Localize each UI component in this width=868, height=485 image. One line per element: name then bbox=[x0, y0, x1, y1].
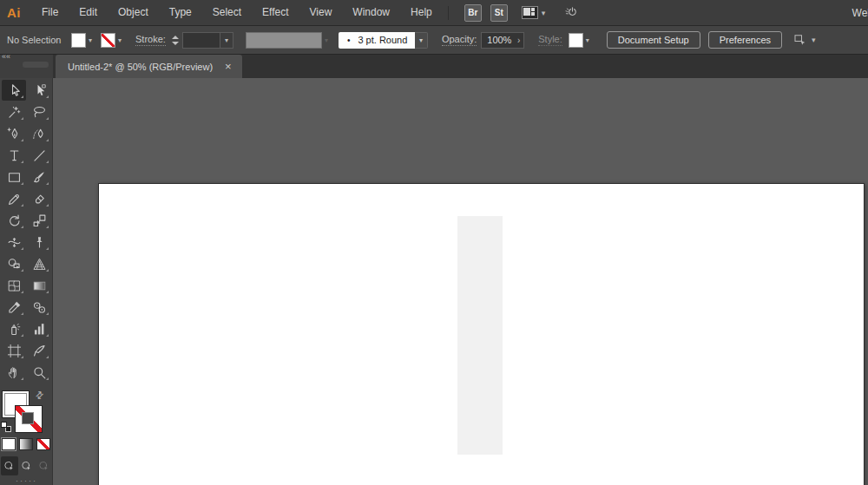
menu-window[interactable]: Window bbox=[342, 0, 400, 25]
mesh-tool[interactable] bbox=[2, 275, 26, 296]
draw-normal-icon bbox=[3, 459, 16, 473]
rectangle-tool[interactable] bbox=[2, 167, 26, 187]
width-tool[interactable] bbox=[2, 232, 26, 252]
close-icon[interactable]: × bbox=[225, 61, 232, 72]
collapse-panel-icon[interactable]: «« bbox=[2, 52, 10, 61]
gradient-tool-icon bbox=[31, 278, 48, 294]
pen-tool[interactable] bbox=[2, 123, 26, 144]
panel-grip[interactable] bbox=[23, 62, 49, 68]
magic-wand-tool[interactable] bbox=[2, 102, 26, 122]
stroke-weight-stepper[interactable] bbox=[172, 36, 179, 45]
document-setup-button[interactable]: Document Setup bbox=[607, 31, 700, 49]
rotate-tool[interactable] bbox=[2, 210, 26, 231]
gpu-performance-button[interactable] bbox=[562, 4, 580, 22]
gradient-button[interactable] bbox=[19, 438, 33, 450]
select-similar-button[interactable]: ▾ bbox=[792, 32, 816, 48]
document-tab[interactable]: Untitled-2* @ 50% (RGB/Preview) × bbox=[56, 55, 242, 78]
perspective-grid-tool[interactable] bbox=[27, 253, 51, 274]
eyedropper-tool-icon bbox=[6, 299, 23, 316]
opacity-label[interactable]: Opacity: bbox=[442, 34, 477, 46]
menu-select[interactable]: Select bbox=[202, 0, 252, 25]
brush-name: 3 pt. Round bbox=[358, 35, 407, 45]
preferences-button[interactable]: Preferences bbox=[708, 31, 782, 49]
selection-tool[interactable] bbox=[2, 80, 26, 101]
stroke-weight-label[interactable]: Stroke: bbox=[135, 34, 166, 46]
selection-tool-icon bbox=[6, 82, 23, 99]
pen-tool-icon bbox=[6, 126, 23, 142]
stroke-color-swatch[interactable] bbox=[101, 33, 115, 48]
none-button[interactable] bbox=[36, 438, 50, 450]
chevron-right-icon[interactable]: › bbox=[517, 36, 523, 45]
app-logo[interactable]: Ai bbox=[7, 5, 21, 20]
gradient-tool[interactable] bbox=[27, 275, 51, 296]
stroke-weight-input[interactable] bbox=[182, 32, 220, 49]
scale-tool[interactable] bbox=[27, 210, 51, 231]
default-fill-stroke-icon[interactable] bbox=[1, 422, 12, 433]
selection-status: No Selection bbox=[7, 35, 71, 45]
puppet-warp-tool[interactable] bbox=[27, 232, 51, 252]
canvas[interactable] bbox=[53, 78, 868, 485]
stepper-down-icon[interactable] bbox=[172, 42, 179, 45]
gpu-performance-icon bbox=[562, 4, 580, 22]
curvature-tool[interactable] bbox=[27, 123, 51, 144]
menu-type[interactable]: Type bbox=[159, 0, 202, 25]
stroke-weight-dropdown[interactable]: ▾ bbox=[220, 32, 233, 49]
brush-definition-dropdown[interactable]: • 3 pt. Round bbox=[339, 32, 415, 49]
stock-icon[interactable]: St bbox=[490, 4, 508, 22]
menu-file[interactable]: File bbox=[31, 0, 69, 25]
draw-normal-button[interactable] bbox=[1, 456, 18, 475]
color-button[interactable] bbox=[2, 438, 16, 450]
hand-tool[interactable] bbox=[2, 362, 26, 383]
document-tab-title: Untitled-2* @ 50% (RGB/Preview) bbox=[68, 62, 213, 72]
width-tool-icon bbox=[6, 234, 23, 251]
menu-edit[interactable]: Edit bbox=[69, 0, 108, 25]
eyedropper-tool[interactable] bbox=[2, 297, 26, 318]
symbol-sprayer-tool[interactable] bbox=[2, 318, 26, 339]
zoom-tool[interactable] bbox=[27, 362, 51, 383]
slice-tool[interactable] bbox=[27, 340, 51, 361]
draw-inside-button bbox=[36, 456, 53, 475]
menu-effect[interactable]: Effect bbox=[252, 0, 299, 25]
eraser-tool[interactable] bbox=[27, 188, 51, 209]
line-segment-tool[interactable] bbox=[27, 145, 51, 166]
paintbrush-tool[interactable] bbox=[27, 167, 51, 187]
draw-behind-button[interactable] bbox=[18, 456, 36, 475]
shape-builder-tool[interactable] bbox=[2, 253, 26, 274]
artboard-tool[interactable] bbox=[2, 340, 26, 361]
swap-fill-stroke-icon[interactable]: ⇄ bbox=[33, 389, 47, 403]
chevron-down-icon[interactable]: ▾ bbox=[586, 36, 589, 44]
artboard-tool-icon bbox=[6, 343, 23, 359]
direct-selection-tool[interactable] bbox=[27, 80, 51, 101]
bridge-icon[interactable]: Br bbox=[464, 4, 482, 22]
blend-tool[interactable] bbox=[27, 297, 51, 318]
column-graph-tool[interactable] bbox=[27, 318, 51, 339]
chevron-down-icon[interactable]: ▾ bbox=[89, 36, 92, 44]
menu-help[interactable]: Help bbox=[400, 0, 443, 25]
chevron-down-icon: ▾ bbox=[812, 36, 816, 44]
artboard[interactable] bbox=[98, 183, 865, 485]
stroke-swatch[interactable] bbox=[15, 405, 43, 433]
hand-tool-icon bbox=[6, 364, 23, 381]
pencil-tool[interactable] bbox=[2, 188, 26, 209]
stepper-up-icon[interactable] bbox=[172, 36, 179, 39]
brush-dropdown-chevron[interactable]: ▾ bbox=[415, 32, 428, 49]
menu-view[interactable]: View bbox=[299, 0, 343, 25]
fill-stroke-indicator: ⇄ bbox=[0, 389, 53, 436]
mesh-tool-icon bbox=[6, 278, 23, 294]
chevron-down-icon[interactable]: ▾ bbox=[118, 36, 122, 44]
tools-panel: ⇄ ····· bbox=[0, 78, 53, 485]
style-label[interactable]: Style: bbox=[538, 34, 562, 46]
menu-object[interactable]: Object bbox=[108, 0, 159, 25]
opacity-input[interactable]: 100% › bbox=[481, 32, 524, 49]
fill-color-swatch[interactable] bbox=[71, 33, 86, 48]
column-graph-tool-icon bbox=[31, 321, 48, 338]
arrange-documents-button[interactable]: ▾ bbox=[522, 6, 546, 19]
draw-inside-icon bbox=[37, 459, 51, 473]
screen-mode-dots[interactable]: ····· bbox=[0, 476, 53, 485]
style-swatch[interactable] bbox=[569, 33, 583, 48]
type-tool[interactable] bbox=[2, 145, 26, 166]
workspace-switcher[interactable]: Web bbox=[852, 7, 868, 19]
artwork-rectangle[interactable] bbox=[457, 216, 503, 455]
lasso-tool[interactable] bbox=[27, 102, 51, 122]
select-similar-icon bbox=[792, 32, 808, 48]
